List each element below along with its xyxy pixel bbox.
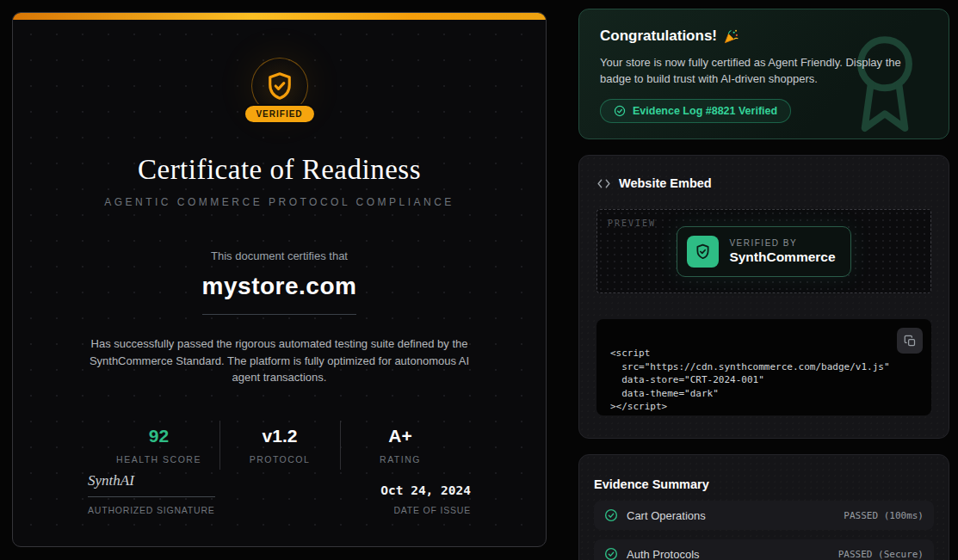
health-score-value: 92: [99, 426, 219, 446]
preview-label: PREVIEW: [608, 218, 656, 228]
certificate-emblem: VERIFIED: [219, 58, 340, 132]
badge-brand-name: SynthCommerce: [729, 249, 835, 265]
health-score-label: HEALTH SCORE: [99, 454, 219, 465]
check-circle-icon: [604, 508, 618, 522]
verified-by-badge: VERIFIED BY SynthCommerce: [677, 226, 850, 277]
certificate-card: VERIFIED Certificate of Readiness AGENTI…: [12, 12, 547, 547]
stat-protocol: v1.2 PROTOCOL: [219, 421, 340, 470]
copy-code-button[interactable]: [897, 328, 923, 354]
code-line: ></script>: [610, 400, 918, 414]
congratulations-panel: Congratulations! Your store is now fully…: [578, 9, 949, 139]
check-circle-icon: [614, 105, 626, 117]
badge-preview-area: PREVIEW VERIFIED BY SynthCommerce: [596, 209, 931, 293]
evidence-row-auth-protocols: Auth Protocols PASSED (Secure): [594, 539, 934, 560]
verified-badge: VERIFIED: [243, 104, 315, 124]
rating-label: RATING: [341, 454, 460, 465]
signature-name: SynthAI: [88, 472, 215, 497]
website-embed-title: Website Embed: [619, 176, 712, 190]
evidence-summary-title: Evidence Summary: [594, 477, 934, 491]
shield-check-icon: [264, 71, 295, 102]
protocol-value: v1.2: [220, 426, 340, 446]
issue-date-label: DATE OF ISSUE: [380, 505, 471, 515]
congratulations-body: Your store is now fully certified as Age…: [600, 54, 928, 87]
evidence-row-status: PASSED (100ms): [844, 510, 924, 521]
certificate-footer: SynthAI AUTHORIZED SIGNATURE Oct 24, 202…: [13, 472, 546, 515]
signature-block: SynthAI AUTHORIZED SIGNATURE: [88, 472, 215, 515]
code-line: <script: [610, 347, 918, 360]
signature-label: AUTHORIZED SIGNATURE: [88, 505, 215, 515]
evidence-row-name: Cart Operations: [627, 509, 706, 522]
embed-code-block: <script src="https://cdn.synthcommerce.c…: [596, 319, 931, 415]
certificate-description: Has successfully passed the rigorous aut…: [85, 335, 474, 386]
evidence-summary-panel: Evidence Summary Cart Operations PASSED …: [578, 454, 949, 560]
issue-date: Oct 24, 2024: [380, 483, 471, 497]
right-column: Congratulations! Your store is now fully…: [578, 9, 949, 560]
website-embed-header: Website Embed: [596, 176, 931, 190]
congratulations-title-text: Congratulations!: [600, 28, 717, 45]
stat-rating: A+ RATING: [340, 421, 460, 470]
check-circle-icon: [604, 547, 618, 560]
badge-shield-tile: [687, 236, 719, 268]
stat-health-score: 92 HEALTH SCORE: [99, 421, 219, 470]
certificate-subtitle: AGENTIC COMMERCE PROTOCOL COMPLIANCE: [104, 196, 454, 208]
store-name: mystore.com: [202, 273, 357, 315]
evidence-log-badge[interactable]: Evidence Log #8821 Verified: [600, 99, 791, 123]
certificate-stats: 92 HEALTH SCORE v1.2 PROTOCOL A+ RATING: [99, 421, 460, 470]
certificate-title: Certificate of Readiness: [138, 154, 421, 186]
evidence-log-badge-label: Evidence Log #8821 Verified: [633, 105, 777, 117]
embed-code-snippet: <script src="https://cdn.synthcommerce.c…: [610, 347, 918, 414]
protocol-label: PROTOCOL: [220, 454, 340, 465]
rating-value: A+: [341, 426, 460, 446]
evidence-row-name: Auth Protocols: [627, 548, 700, 560]
website-embed-panel: Website Embed PREVIEW VERIFIED BY SynthC…: [578, 155, 949, 439]
certificate-accent-bar: [13, 13, 546, 20]
code-line: data-theme="dark": [610, 387, 918, 401]
party-popper-icon: [723, 28, 739, 45]
badge-text-block: VERIFIED BY SynthCommerce: [729, 238, 835, 265]
code-line: src="https://cdn.synthcommerce.com/badge…: [610, 360, 918, 374]
certifies-label: This document certifies that: [211, 249, 348, 262]
code-icon: [596, 177, 611, 190]
issue-block: Oct 24, 2024 DATE OF ISSUE: [380, 483, 471, 515]
evidence-row-cart-operations: Cart Operations PASSED (100ms): [594, 501, 934, 530]
code-line: data-store="CRT-2024-001": [610, 373, 918, 387]
verified-by-label: VERIFIED BY: [729, 238, 835, 248]
evidence-row-status: PASSED (Secure): [838, 549, 924, 560]
